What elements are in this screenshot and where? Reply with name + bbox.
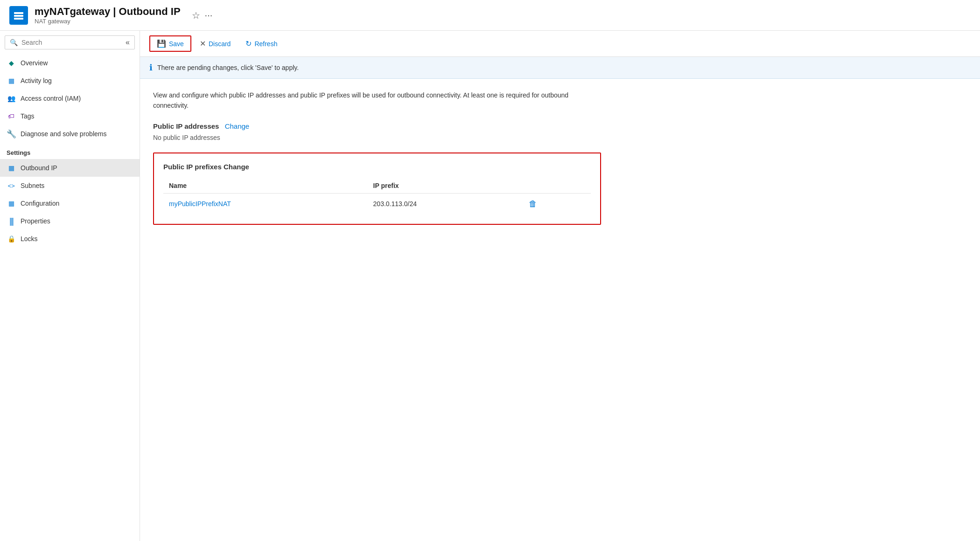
public-ip-section-title: Public IP addresses Change <box>153 122 967 130</box>
overview-icon: ◆ <box>7 58 16 68</box>
collapse-button[interactable]: « <box>126 38 130 47</box>
sidebar-item-locks[interactable]: 🔒 Locks <box>0 230 140 248</box>
col-actions <box>520 178 591 194</box>
sidebar-item-properties[interactable]: ||| Properties <box>0 212 140 230</box>
sidebar-item-label: Properties <box>21 217 50 225</box>
sidebar-item-label: Configuration <box>21 200 59 207</box>
discard-label: Discard <box>209 40 231 48</box>
prefixes-section-title: Public IP prefixes Change <box>163 163 591 171</box>
prefix-ip-cell: 203.0.113.0/24 <box>368 193 521 215</box>
configuration-icon: ▦ <box>7 199 16 208</box>
discard-button[interactable]: ✕ Discard <box>193 36 237 51</box>
page-header: myNATgateway | Outbound IP NAT gateway ☆… <box>0 0 980 31</box>
sidebar: 🔍 « ◆ Overview ▦ Activity log 👥 Access c… <box>0 31 140 541</box>
subnets-icon: <> <box>7 181 16 190</box>
sidebar-item-subnets[interactable]: <> Subnets <box>0 177 140 194</box>
settings-section-label: Settings <box>0 143 140 159</box>
sidebar-item-activity-log[interactable]: ▦ Activity log <box>0 72 140 90</box>
page-section-name: Outbound IP <box>119 6 181 17</box>
table-row: myPublicIPPrefixNAT 203.0.113.0/24 🗑 <box>163 193 591 215</box>
title-separator: | <box>113 6 119 17</box>
favorite-button[interactable]: ☆ <box>192 10 200 21</box>
prefixes-title: Public IP prefixes <box>163 163 222 171</box>
search-input[interactable] <box>21 39 122 46</box>
sidebar-item-label: Diagnose and solve problems <box>21 130 106 138</box>
delete-prefix-button[interactable]: 🗑 <box>526 198 540 210</box>
public-ip-prefixes-section: Public IP prefixes Change Name IP prefix… <box>153 153 601 225</box>
tags-icon: 🏷 <box>7 111 16 121</box>
page-title: myNATgateway | Outbound IP <box>35 6 181 18</box>
locks-icon: 🔒 <box>7 234 16 243</box>
content-area: View and configure which public IP addre… <box>140 79 980 236</box>
no-public-ip-message: No public IP addresses <box>153 134 967 141</box>
main-layout: 🔍 « ◆ Overview ▦ Activity log 👥 Access c… <box>0 31 980 541</box>
info-banner: ℹ There are pending changes, click 'Save… <box>140 57 980 79</box>
sidebar-item-outbound-ip[interactable]: ▦ Outbound IP <box>0 159 140 177</box>
sidebar-item-label: Overview <box>21 59 48 67</box>
header-actions: ☆ ··· <box>192 10 213 21</box>
sidebar-item-tags[interactable]: 🏷 Tags <box>0 107 140 125</box>
svg-rect-1 <box>14 15 23 17</box>
refresh-icon: ↻ <box>245 39 252 48</box>
save-icon: 💾 <box>157 39 166 48</box>
save-button[interactable]: 💾 Save <box>149 35 191 52</box>
description-text: View and configure which public IP addre… <box>153 90 573 111</box>
prefixes-change-link[interactable]: Change <box>224 163 249 171</box>
svg-rect-2 <box>14 18 23 20</box>
info-icon: ℹ <box>149 62 153 73</box>
discard-icon: ✕ <box>200 39 206 48</box>
sidebar-item-label: Locks <box>21 235 38 243</box>
save-label: Save <box>169 40 184 48</box>
sidebar-item-label: Activity log <box>21 77 52 84</box>
refresh-label: Refresh <box>254 40 277 48</box>
sidebar-item-label: Access control (IAM) <box>21 95 81 102</box>
sidebar-item-label: Outbound IP <box>21 164 57 172</box>
activity-log-icon: ▦ <box>7 76 16 85</box>
resource-name: myNATgateway <box>35 6 110 17</box>
toolbar: 💾 Save ✕ Discard ↻ Refresh <box>140 31 980 57</box>
iam-icon: 👥 <box>7 94 16 103</box>
prefix-name-cell[interactable]: myPublicIPPrefixNAT <box>163 193 368 215</box>
prefix-action-cell: 🗑 <box>520 193 591 215</box>
diagnose-icon: 🔧 <box>7 129 16 139</box>
col-ip-prefix: IP prefix <box>368 178 521 194</box>
sidebar-item-diagnose[interactable]: 🔧 Diagnose and solve problems <box>0 125 140 143</box>
prefixes-table: Name IP prefix myPublicIPPrefixNAT 203.0… <box>163 178 591 215</box>
resource-icon <box>9 6 28 25</box>
search-icon: 🔍 <box>10 39 18 46</box>
sidebar-item-label: Tags <box>21 112 35 120</box>
public-ip-title: Public IP addresses <box>153 122 219 130</box>
sidebar-item-access-control[interactable]: 👥 Access control (IAM) <box>0 90 140 107</box>
outbound-ip-icon: ▦ <box>7 163 16 173</box>
sidebar-item-configuration[interactable]: ▦ Configuration <box>0 194 140 212</box>
main-content: 💾 Save ✕ Discard ↻ Refresh ℹ There are p… <box>140 31 980 541</box>
refresh-button[interactable]: ↻ Refresh <box>239 36 284 51</box>
header-titles: myNATgateway | Outbound IP NAT gateway <box>35 6 181 25</box>
public-ip-change-link[interactable]: Change <box>225 122 250 130</box>
svg-rect-0 <box>14 12 23 14</box>
info-message: There are pending changes, click 'Save' … <box>157 64 299 71</box>
resource-type: NAT gateway <box>35 18 181 25</box>
more-options-button[interactable]: ··· <box>205 10 213 21</box>
sidebar-item-overview[interactable]: ◆ Overview <box>0 54 140 72</box>
sidebar-item-label: Subnets <box>21 182 44 189</box>
properties-icon: ||| <box>7 216 16 226</box>
search-box[interactable]: 🔍 « <box>5 35 135 49</box>
col-name: Name <box>163 178 368 194</box>
